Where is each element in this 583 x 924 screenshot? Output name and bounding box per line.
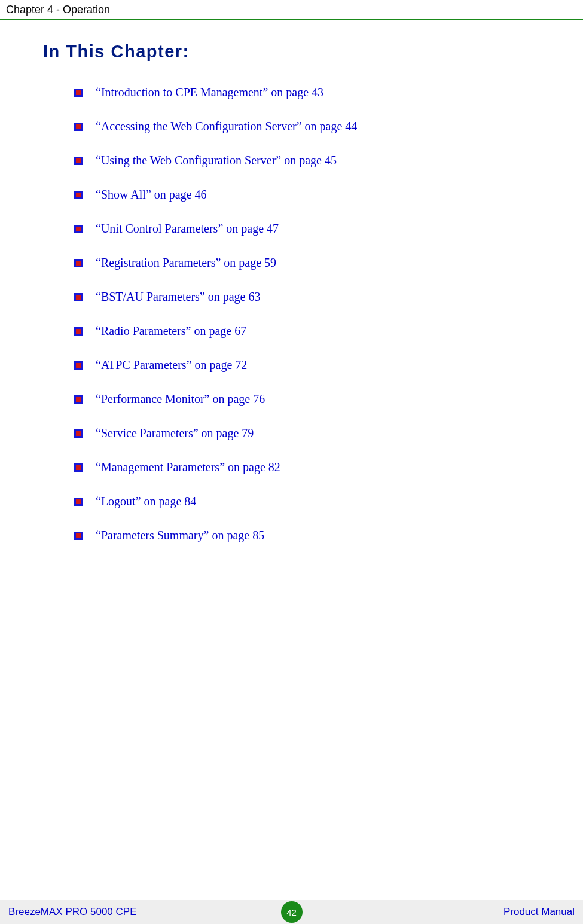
svg-rect-25 [76,499,81,504]
svg-rect-13 [76,295,81,300]
square-bullet-icon [74,395,83,404]
toc-link[interactable]: “Introduction to CPE Management” on page… [96,86,323,99]
square-bullet-icon [74,327,83,336]
square-bullet-icon [74,361,83,370]
toc-item: “Logout” on page 84 [74,495,559,508]
toc-item: “BST/AU Parameters” on page 63 [74,290,559,304]
toc-link[interactable]: “Show All” on page 46 [96,188,207,202]
square-bullet-icon [74,429,83,438]
toc-item: “Unit Control Parameters” on page 47 [74,222,559,236]
page-header: Chapter 4 - Operation [0,4,583,20]
square-bullet-icon [74,259,83,267]
page-number: 42 [286,907,297,917]
svg-rect-9 [76,227,81,231]
square-bullet-icon [74,225,83,233]
svg-rect-5 [76,158,81,163]
toc-link[interactable]: “Accessing the Web Configuration Server”… [96,120,357,133]
chapter-label: Chapter 4 - Operation [6,4,110,16]
page-footer: BreezeMAX PRO 5000 CPE 42 Product Manual [0,900,583,924]
toc-item: “Registration Parameters” on page 59 [74,256,559,270]
toc-link[interactable]: “Radio Parameters” on page 67 [96,324,246,338]
footer-product-name[interactable]: BreezeMAX PRO 5000 CPE [8,906,136,918]
square-bullet-icon [74,498,83,506]
svg-rect-17 [76,363,81,368]
toc-link[interactable]: “Management Parameters” on page 82 [96,461,280,474]
svg-rect-3 [76,124,81,129]
toc-item: “Performance Monitor” on page 76 [74,392,559,406]
svg-rect-11 [76,261,81,266]
svg-rect-15 [76,329,81,334]
toc-link[interactable]: “Registration Parameters” on page 59 [96,256,276,270]
svg-rect-27 [76,533,81,538]
svg-rect-23 [76,465,81,470]
square-bullet-icon [74,463,83,472]
toc-link[interactable]: “Parameters Summary” on page 85 [96,529,264,542]
page-number-badge: 42 [281,901,303,923]
square-bullet-icon [74,191,83,199]
svg-rect-1 [76,90,81,95]
toc-link[interactable]: “Service Parameters” on page 79 [96,426,254,440]
svg-rect-21 [76,431,81,436]
in-this-chapter-heading: In This Chapter: [43,42,559,62]
square-bullet-icon [74,293,83,301]
square-bullet-icon [74,157,83,165]
svg-rect-19 [76,397,81,402]
toc-list: “Introduction to CPE Management” on page… [43,86,559,542]
toc-item: “Service Parameters” on page 79 [74,426,559,440]
square-bullet-icon [74,123,83,131]
square-bullet-icon [74,532,83,540]
toc-item: “Introduction to CPE Management” on page… [74,86,559,99]
toc-link[interactable]: “Using the Web Configuration Server” on … [96,154,337,167]
toc-item: “Parameters Summary” on page 85 [74,529,559,542]
toc-item: “Management Parameters” on page 82 [74,461,559,474]
footer-manual-label[interactable]: Product Manual [503,906,575,918]
toc-link[interactable]: “Unit Control Parameters” on page 47 [96,222,279,236]
toc-item: “Accessing the Web Configuration Server”… [74,120,559,133]
toc-item: “Show All” on page 46 [74,188,559,202]
toc-item: “Using the Web Configuration Server” on … [74,154,559,167]
toc-link[interactable]: “BST/AU Parameters” on page 63 [96,290,260,304]
square-bullet-icon [74,89,83,97]
toc-link[interactable]: “ATPC Parameters” on page 72 [96,358,247,372]
toc-item: “Radio Parameters” on page 67 [74,324,559,338]
toc-link[interactable]: “Logout” on page 84 [96,495,196,508]
svg-rect-7 [76,193,81,197]
toc-item: “ATPC Parameters” on page 72 [74,358,559,372]
content-area: In This Chapter: “Introduction to CPE Ma… [43,42,559,563]
toc-link[interactable]: “Performance Monitor” on page 76 [96,392,265,406]
